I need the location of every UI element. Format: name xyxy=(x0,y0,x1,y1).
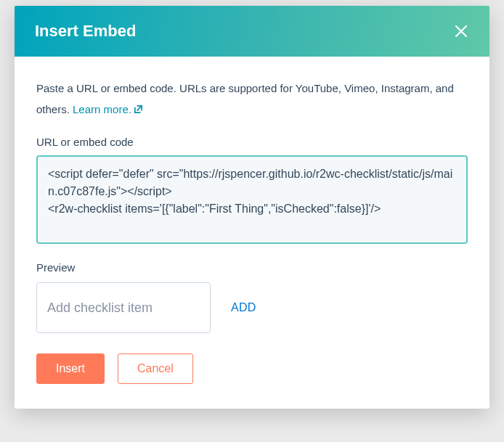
modal-header: Insert Embed xyxy=(15,6,489,57)
embed-code-input[interactable]: <script defer="defer" src="https://rjspe… xyxy=(36,155,468,244)
modal-title: Insert Embed xyxy=(35,22,136,41)
button-row: Insert Cancel xyxy=(36,353,468,384)
preview-label: Preview xyxy=(36,261,468,274)
cancel-button[interactable]: Cancel xyxy=(118,353,193,384)
learn-more-text: Learn more. xyxy=(73,103,131,115)
x-icon xyxy=(455,25,468,38)
embed-field-label: URL or embed code xyxy=(36,136,468,148)
preview-row: ADD xyxy=(36,282,468,333)
external-link-icon xyxy=(133,101,144,122)
insert-button[interactable]: Insert xyxy=(36,353,105,384)
modal-body: Paste a URL or embed code. URLs are supp… xyxy=(15,57,489,409)
insert-embed-modal: Insert Embed Paste a URL or embed code. … xyxy=(15,6,489,409)
checklist-item-input[interactable] xyxy=(36,282,211,333)
close-icon[interactable] xyxy=(453,23,469,39)
learn-more-link[interactable]: Learn more. xyxy=(73,103,144,115)
instruction-text: Paste a URL or embed code. URLs are supp… xyxy=(36,78,468,121)
add-button[interactable]: ADD xyxy=(231,301,256,314)
